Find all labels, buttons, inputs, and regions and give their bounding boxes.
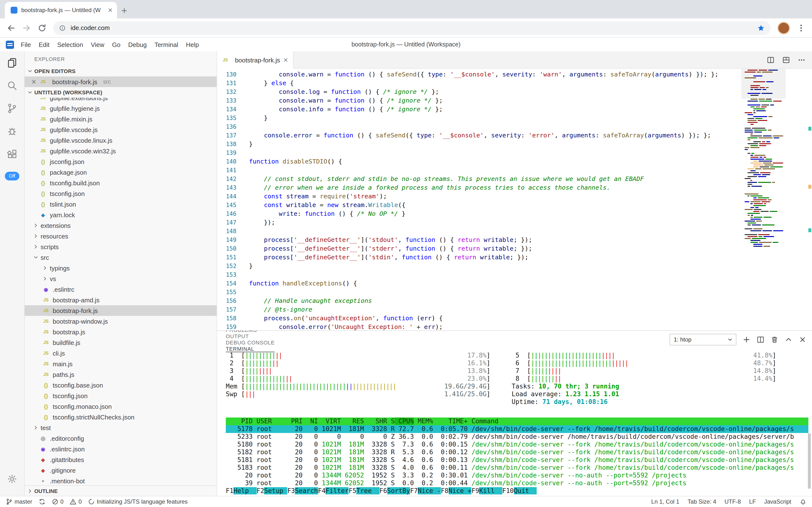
menu-selection[interactable]: Selection	[53, 41, 87, 48]
tree-item-tsconfig.json[interactable]: {}tsconfig.json	[25, 390, 216, 401]
new-terminal-icon[interactable]	[742, 336, 750, 343]
tree-item-.editorconfig[interactable]: ◎.editorconfig	[25, 433, 216, 444]
htop-table-header[interactable]: PID USER PRI NI VIRT RES SHR S CPU% MEM%…	[226, 417, 808, 425]
tree-item-cli.js[interactable]: JScli.js	[25, 348, 216, 358]
tree-item-src[interactable]: src	[25, 252, 216, 263]
close-panel-icon[interactable]	[799, 336, 806, 343]
editor-tab[interactable]: JS bootstrap-fork.js	[217, 51, 294, 69]
tree-item-bootstrap-amd.js[interactable]: JSbootstrap-amd.js	[25, 295, 216, 305]
code-editor[interactable]: 130 console.warn = function () { safeSen…	[217, 69, 812, 330]
statusbar-utf-8[interactable]: UTF-8	[725, 498, 741, 505]
statusbar-javascript[interactable]: JavaScript	[764, 498, 791, 505]
coder-logo[interactable]	[6, 40, 14, 49]
address-bar[interactable]: ide.coder.com	[53, 21, 770, 35]
open-editor-item[interactable]: JS bootstrap-fork.js src	[25, 76, 216, 87]
tree-item-gulpfile.vscode.win32.js[interactable]: JSgulpfile.vscode.win32.js	[25, 146, 216, 156]
statusbar-bell[interactable]	[799, 498, 806, 505]
tree-item-paths.js[interactable]: JSpaths.js	[25, 369, 216, 380]
terminal-output[interactable]: 1 [|||||||||||17.8%] 2 [||||||||||16.1%]…	[217, 348, 812, 496]
files-icon[interactable]	[7, 51, 17, 74]
terminal-select[interactable]: 1: htop	[669, 334, 736, 345]
url-text[interactable]: ide.coder.com	[71, 24, 752, 32]
tree-item-scripts[interactable]: scripts	[25, 241, 216, 252]
extensions-icon[interactable]	[7, 142, 17, 165]
tree-item-tsconfig.build.json[interactable]: {}tsconfig.build.json	[25, 177, 216, 188]
tree-item-tslint.json[interactable]: {}tslint.json	[25, 199, 216, 210]
tree-item-.eslintrc[interactable]: ◉.eslintrc	[25, 284, 216, 295]
open-editors-header[interactable]: OPEN EDITORS	[25, 66, 216, 76]
maximize-panel-icon[interactable]	[785, 336, 792, 343]
tree-item-typings[interactable]: typings	[25, 263, 216, 273]
profile-avatar[interactable]	[777, 21, 790, 34]
tree-item-gulpfile.mixin.js[interactable]: JSgulpfile.mixin.js	[25, 114, 216, 124]
tree-item-.gitattributes[interactable]: ◆.gitattributes	[25, 454, 216, 465]
editor-layout-icon[interactable]	[782, 56, 790, 64]
browser-tab[interactable]: bootstrap-fork.js — Untitled (W	[5, 2, 117, 18]
tree-item-.eslintrc.json[interactable]: ◉.eslintrc.json	[25, 444, 216, 454]
statusbar-warning[interactable]: 0	[70, 498, 82, 505]
tree-item-gulpfile.vscode.linux.js[interactable]: JSgulpfile.vscode.linux.js	[25, 135, 216, 146]
tree-item-jsconfig.json[interactable]: {}jsconfig.json	[25, 156, 216, 167]
statusbar-loading[interactable]: Initializing JS/TS language features	[88, 498, 188, 505]
new-tab-button[interactable]	[121, 7, 128, 14]
minimap-slider[interactable]	[741, 69, 786, 99]
menu-file[interactable]: File	[17, 41, 35, 48]
tree-item-tsconfig.monaco.json[interactable]: {}tsconfig.monaco.json	[25, 401, 216, 412]
menu-go[interactable]: Go	[108, 41, 124, 48]
tree-item-tsconfig.json[interactable]: {}tsconfig.json	[25, 188, 216, 199]
menu-terminal[interactable]: Terminal	[150, 41, 182, 48]
tree-item-gulpfile.hygiene.js[interactable]: JSgulpfile.hygiene.js	[25, 103, 216, 114]
code-line: 132 console.log = function () { /* ignor…	[217, 88, 812, 96]
split-terminal-icon[interactable]	[756, 336, 764, 343]
tree-item-bootstrap-window.js[interactable]: JSbootstrap-window.js	[25, 316, 216, 327]
close-icon[interactable]	[283, 57, 289, 63]
tree-item-main.js[interactable]: JSmain.js	[25, 358, 216, 369]
split-editor-icon[interactable]	[766, 56, 774, 64]
menu-view[interactable]: View	[87, 41, 108, 48]
bookmark-star-icon[interactable]	[757, 24, 765, 32]
tree-item-.mention-bot[interactable]: ●.mention-bot	[25, 475, 216, 485]
panel-tab-debug-console[interactable]: DEBUG CONSOLE	[226, 339, 274, 346]
menu-debug[interactable]: Debug	[124, 41, 150, 48]
statusbar-sync[interactable]	[39, 498, 45, 505]
tree-item-bootstrap-fork.js[interactable]: JSbootstrap-fork.js	[25, 305, 216, 316]
tree-item-vs[interactable]: vs	[25, 273, 216, 284]
search-icon[interactable]	[7, 74, 17, 97]
tree-item-yarn.lock[interactable]: ◆yarn.lock	[25, 210, 216, 220]
tab-close-icon[interactable]	[107, 7, 113, 13]
status-badge[interactable]: Off	[5, 172, 19, 180]
panel-tab-output[interactable]: OUTPUT	[226, 333, 274, 339]
tree-item-gulpfile.vscode.js[interactable]: JSgulpfile.vscode.js	[25, 124, 216, 135]
statusbar-lf[interactable]: LF	[749, 498, 756, 505]
statusbar-branch[interactable]: master	[6, 498, 32, 505]
back-icon[interactable]	[7, 23, 15, 32]
tree-item-package.json[interactable]: {}package.json	[25, 167, 216, 177]
browser-menu-icon[interactable]	[797, 23, 805, 32]
workspace-header[interactable]: UNTITLED (WORKSPACE)	[25, 87, 216, 98]
reload-icon[interactable]	[38, 23, 46, 32]
more-actions-icon[interactable]	[798, 56, 805, 64]
outline-header[interactable]: OUTLINE	[25, 485, 216, 496]
site-info-icon[interactable]	[59, 24, 66, 31]
forward-icon[interactable]	[22, 23, 31, 32]
source-control-icon[interactable]	[7, 97, 17, 119]
kill-terminal-icon[interactable]	[770, 336, 778, 343]
tree-item-resources[interactable]: resources	[25, 231, 216, 241]
settings-gear-icon[interactable]	[0, 467, 24, 490]
terminal-scrollbar[interactable]	[808, 434, 811, 488]
debug-icon[interactable]	[7, 119, 17, 142]
tree-item-gulpfile.extensions.js[interactable]: JSgulpfile.extensions.js	[25, 98, 216, 103]
close-icon[interactable]	[31, 79, 37, 84]
menu-edit[interactable]: Edit	[35, 41, 53, 48]
tree-item-.gitignore[interactable]: ◆.gitignore	[25, 465, 216, 475]
menu-help[interactable]: Help	[182, 41, 203, 48]
tree-item-tsconfig.strictNullChecks.json[interactable]: {}tsconfig.strictNullChecks.json	[25, 412, 216, 422]
tree-item-test[interactable]: test	[25, 422, 216, 433]
tree-item-extensions[interactable]: extensions	[25, 220, 216, 231]
statusbar-error[interactable]: 0	[52, 498, 63, 505]
statusbar-tab-size-4[interactable]: Tab Size: 4	[688, 498, 716, 505]
tree-item-tsconfig.base.json[interactable]: {}tsconfig.base.json	[25, 380, 216, 390]
statusbar-ln-1-col-1[interactable]: Ln 1, Col 1	[651, 498, 679, 505]
tree-item-bootstrap.js[interactable]: JSbootstrap.js	[25, 327, 216, 337]
tree-item-buildfile.js[interactable]: JSbuildfile.js	[25, 337, 216, 348]
